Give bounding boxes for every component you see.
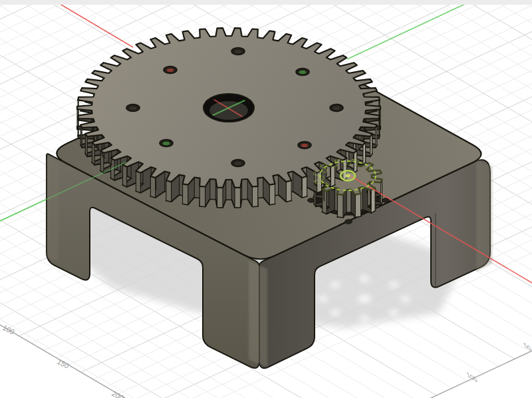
- viewport-3d[interactable]: 100 150 200 100 50: [0, 0, 532, 398]
- window-top-strip: [0, 0, 532, 5]
